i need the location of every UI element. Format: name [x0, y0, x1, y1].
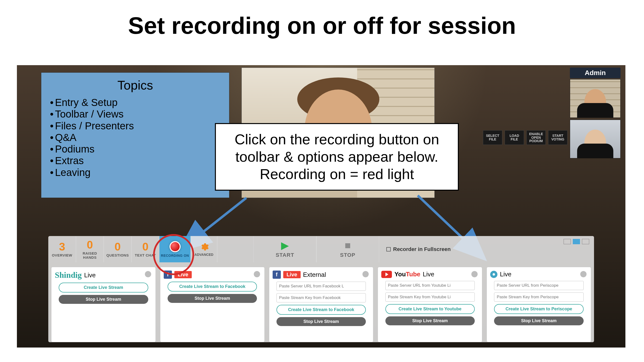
card-youtube: YouTube Live Create Live Stream to Youtu… [378, 267, 482, 342]
enable-open-podium-button[interactable]: ENABLE OPEN PODIUM [526, 130, 546, 145]
recording-label: RECORDING ON [161, 254, 189, 258]
topic-item: Extras [50, 155, 222, 167]
live-text: Live [423, 271, 434, 278]
admin-label: Admin [570, 67, 620, 78]
select-file-button[interactable]: SELECT FILE [483, 130, 502, 145]
stream-key-input[interactable] [386, 293, 475, 302]
status-dot [580, 271, 586, 277]
shindig-logo: Shindig [55, 271, 82, 280]
server-url-input[interactable] [386, 281, 475, 290]
admin-thumb-1[interactable] [570, 79, 620, 118]
create-stream-button[interactable]: Create Live Stream to Facebook [168, 282, 257, 292]
gear-icon [199, 242, 209, 252]
counter-label: QUESTIONS [104, 253, 131, 257]
stop-stream-button[interactable]: Stop Live Stream [59, 295, 148, 304]
card-periscope: Live Create Live Stream to Periscope Sto… [486, 267, 591, 342]
counter-num: 0 [104, 241, 131, 252]
recording-toolbar: 3 OVERVIEW 0 RAISED HANDS 0 QUESTIONS 0 … [48, 236, 594, 263]
stream-key-input[interactable] [494, 293, 584, 302]
external-text: External [303, 271, 326, 279]
server-url-input[interactable] [276, 282, 366, 291]
view-mode-3[interactable] [582, 239, 589, 244]
brand-row: f Live External [272, 271, 370, 279]
play-icon: ▶ [281, 240, 289, 251]
topic-item: Files / Presenters [50, 120, 222, 132]
live-text: Live [84, 272, 96, 279]
stop-icon: ■ [344, 240, 350, 251]
stage-control-row: SELECT FILE LOAD FILE ENABLE OPEN PODIUM… [483, 130, 568, 145]
counter-num: 3 [48, 241, 76, 252]
stop-button[interactable]: ■ STOP [316, 236, 379, 262]
counter-overview[interactable]: 3 OVERVIEW [48, 236, 76, 262]
recording-toggle-button[interactable]: RECORDING ON [159, 236, 191, 262]
facebook-icon: f [272, 271, 281, 279]
card-facebook: f Live Create Live Stream to Facebook St… [160, 267, 265, 342]
topics-panel: Topics Entry & Setup Toolbar / Views Fil… [41, 72, 230, 198]
card-facebook-external: f Live External Create Live Stream to Fa… [269, 267, 374, 342]
recording-panel: 3 OVERVIEW 0 RAISED HANDS 0 QUESTIONS 0 … [48, 236, 594, 342]
stop-stream-button[interactable]: Stop Live Stream [276, 317, 366, 326]
start-button[interactable]: ▶ START [254, 236, 316, 262]
svg-line-0 [200, 198, 246, 234]
card-shindig: Shindig Live Create Live Stream Stop Liv… [51, 267, 156, 342]
create-stream-button[interactable]: Create Live Stream [59, 283, 148, 293]
live-text: Live [500, 271, 512, 278]
view-mode-icons [564, 239, 589, 244]
instruction-callout: Click on the recording button on toolbar… [215, 123, 459, 191]
live-badge: Live [174, 271, 192, 278]
create-stream-button[interactable]: Create Live Stream to Facebook [276, 305, 366, 315]
counter-label: OVERVIEW [48, 253, 76, 257]
view-mode-1[interactable] [564, 239, 571, 244]
topic-item: Podiums [50, 143, 222, 155]
advanced-button[interactable]: ADVANCED [191, 236, 217, 262]
status-dot [254, 271, 260, 277]
stop-stream-button[interactable]: Stop Live Stream [386, 316, 475, 325]
topic-item: Entry & Setup [50, 97, 222, 108]
advanced-label: ADVANCED [194, 253, 213, 257]
start-voting-button[interactable]: START VOTING [548, 130, 568, 145]
admin-column: Admin [570, 67, 620, 160]
topic-item: Toolbar / Views [50, 108, 222, 120]
brand-row: YouTube Live [381, 271, 478, 278]
status-dot [145, 271, 151, 277]
svg-line-1 [418, 195, 466, 241]
counter-num: 0 [76, 239, 104, 250]
load-file-button[interactable]: LOAD FILE [505, 130, 524, 145]
youtube-word: YouTube [394, 271, 420, 278]
create-stream-button[interactable]: Create Live Stream to Periscope [494, 304, 584, 314]
topics-heading: Topics [48, 78, 222, 92]
slide: Set recording on or off for session Topi… [0, 0, 644, 362]
facebook-icon: f [164, 271, 172, 279]
counter-raised-hands[interactable]: 0 RAISED HANDS [76, 236, 104, 262]
status-dot [471, 271, 478, 277]
counter-num: 0 [132, 241, 159, 252]
stop-label: STOP [340, 252, 356, 258]
counter-label: RAISED HANDS [76, 251, 104, 259]
brand-row: Shindig Live [55, 271, 152, 280]
periscope-icon [490, 271, 498, 278]
stop-stream-button[interactable]: Stop Live Stream [494, 316, 584, 325]
brand-row: f Live [164, 271, 261, 279]
topic-item: Q&A [50, 132, 222, 143]
arrow-left [196, 193, 258, 241]
server-url-input[interactable] [494, 281, 584, 290]
checkbox-icon [386, 247, 391, 252]
stream-key-input[interactable] [276, 293, 366, 302]
slide-title: Set recording on or off for session [0, 12, 644, 39]
create-stream-button[interactable]: Create Live Stream to Youtube [386, 304, 475, 314]
brand-row: Live [490, 271, 588, 278]
admin-thumb-2[interactable] [570, 120, 620, 158]
start-label: START [276, 252, 294, 258]
stop-stream-button[interactable]: Stop Live Stream [168, 294, 257, 303]
view-mode-2[interactable] [573, 239, 580, 244]
record-indicator-icon [170, 241, 180, 252]
stream-cards: Shindig Live Create Live Stream Stop Liv… [48, 263, 594, 342]
youtube-icon [381, 271, 392, 278]
fullscreen-label: Recorder in Fullscreen [393, 246, 450, 252]
topics-list: Entry & Setup Toolbar / Views Files / Pr… [48, 97, 222, 178]
topic-item: Leaving [50, 167, 222, 178]
counter-text-chat[interactable]: 0 TEXT CHAT [132, 236, 159, 262]
counter-questions[interactable]: 0 QUESTIONS [104, 236, 132, 262]
live-badge: Live [283, 271, 301, 278]
recorder-fullscreen-checkbox[interactable]: Recorder in Fullscreen [386, 236, 450, 262]
